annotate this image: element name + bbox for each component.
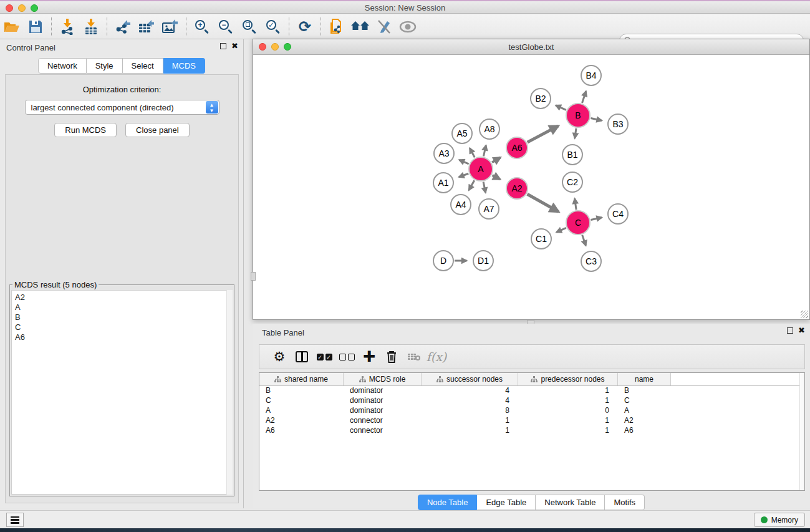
table-settings-gear-icon[interactable]: ⚙ [268, 347, 291, 366]
float-panel-icon[interactable] [220, 43, 226, 49]
close-table-panel-icon[interactable]: ✖ [798, 327, 805, 334]
tab-network[interactable]: Network [38, 58, 87, 74]
edge-C-C2[interactable] [575, 198, 576, 210]
graph-node-D[interactable]: D [433, 250, 454, 271]
table-cell[interactable]: 1 [518, 416, 618, 426]
table-row[interactable]: Adominator80A [259, 406, 804, 416]
deselect-all-icon[interactable] [335, 347, 358, 366]
edge-A-A4[interactable] [469, 180, 475, 190]
import-network-icon[interactable] [57, 17, 78, 37]
table-cell[interactable]: A6 [618, 426, 671, 436]
float-table-panel-icon[interactable] [787, 327, 793, 334]
table-cell[interactable]: 1 [518, 396, 618, 406]
export-table-icon[interactable] [136, 17, 157, 37]
graph-node-C4[interactable]: C4 [607, 203, 629, 225]
table-cell[interactable]: B [259, 386, 344, 396]
refresh-icon[interactable]: ⟳ [294, 17, 316, 37]
open-folder-icon[interactable] [1, 17, 22, 37]
graph-node-B1[interactable]: B1 [562, 144, 583, 165]
table-cell[interactable]: dominator [344, 386, 422, 396]
column-header-name[interactable]: name [618, 373, 671, 385]
zoom-in-icon[interactable]: + [191, 17, 213, 37]
run-mcds-button[interactable]: Run MCDS [54, 123, 117, 137]
edge-A-A8[interactable] [483, 145, 486, 156]
criterion-dropdown[interactable]: largest connected component (directed) ▲… [25, 100, 219, 115]
zoom-fit-icon[interactable] [239, 17, 260, 37]
left-edge-grip[interactable] [251, 272, 256, 281]
add-column-icon[interactable]: ✚ [358, 347, 380, 366]
mcds-result-list[interactable]: A2ABCA6 [11, 290, 233, 495]
close-panel-icon[interactable]: ✖ [231, 43, 238, 49]
tab-style[interactable]: Style [87, 58, 123, 74]
graph-node-A5[interactable]: A5 [451, 123, 473, 144]
table-cell[interactable]: connector [344, 426, 422, 436]
zoom-out-icon[interactable]: − [215, 17, 236, 37]
table-row[interactable]: Bdominator41B [259, 386, 804, 396]
tab-edge-table[interactable]: Edge Table [477, 495, 536, 510]
table-cell[interactable]: 4 [422, 396, 518, 406]
table-cell[interactable]: 4 [422, 386, 518, 396]
graph-node-C[interactable]: C [566, 210, 591, 235]
result-item[interactable]: C [15, 322, 232, 332]
edge-B-B2[interactable] [556, 105, 566, 110]
graph-node-B3[interactable]: B3 [607, 114, 629, 135]
function-builder-button[interactable]: f(x) [425, 347, 448, 366]
graph-node-A1[interactable]: A1 [433, 172, 454, 193]
result-item[interactable]: A6 [15, 332, 232, 342]
table-cell[interactable]: A6 [259, 426, 344, 436]
tab-motifs[interactable]: Motifs [605, 495, 645, 510]
network-canvas[interactable]: AA1A3A5A8A4A7A6A2BB2B4B3B1CC1C2C3C4DD1 [254, 56, 809, 319]
save-icon[interactable] [25, 17, 46, 37]
graph-node-C2[interactable]: C2 [562, 172, 583, 193]
tab-node-table[interactable]: Node Table [418, 495, 478, 510]
graph-node-A8[interactable]: A8 [479, 118, 500, 140]
result-item[interactable]: A [15, 302, 232, 312]
table-cell[interactable]: 1 [422, 416, 518, 426]
column-header-shared-name[interactable]: shared name [259, 373, 344, 385]
graph-node-A[interactable]: A [468, 157, 493, 181]
table-cell[interactable]: C [618, 396, 671, 406]
tab-mcds[interactable]: MCDS [163, 58, 205, 74]
table-cell[interactable]: C [259, 396, 344, 406]
edge-B-B4[interactable] [582, 91, 586, 103]
result-item[interactable]: A2 [15, 293, 232, 302]
edge-B-B1[interactable] [575, 128, 576, 138]
network-window-titlebar[interactable]: testGlobe.txt [253, 39, 809, 55]
export-image-icon[interactable] [160, 17, 181, 37]
edge-A-A3[interactable] [459, 160, 468, 163]
zoom-selected-icon[interactable]: ✓ [263, 17, 284, 37]
graph-node-A7[interactable]: A7 [478, 198, 499, 220]
graph-node-C1[interactable]: C1 [531, 228, 552, 249]
table-scrollbar[interactable] [799, 373, 804, 490]
edge-B-B3[interactable] [591, 118, 602, 120]
table-cell[interactable]: 8 [422, 406, 518, 416]
table-cell[interactable]: A2 [259, 416, 344, 426]
table-cell[interactable]: dominator [344, 396, 422, 406]
result-item[interactable]: B [15, 312, 232, 322]
result-scrollbar[interactable] [226, 290, 233, 495]
table-cell[interactable]: B [618, 386, 671, 396]
table-cell[interactable]: 1 [518, 386, 618, 396]
table-cell[interactable]: A [259, 406, 344, 416]
column-visibility-icon[interactable] [291, 347, 313, 366]
select-all-icon[interactable]: ✓✓ [313, 347, 335, 366]
table-cell[interactable]: 1 [422, 426, 518, 436]
edge-A-A1[interactable] [459, 173, 468, 177]
table-cell[interactable]: A2 [618, 416, 671, 426]
import-table-icon[interactable] [80, 17, 102, 37]
graph-node-D1[interactable]: D1 [473, 250, 494, 271]
graph-node-A4[interactable]: A4 [450, 194, 471, 215]
resize-grip-icon[interactable] [801, 311, 808, 318]
table-cell[interactable]: connector [344, 416, 422, 426]
edge-C-C4[interactable] [591, 218, 602, 220]
edge-A6-B[interactable] [528, 126, 558, 142]
edge-C-C1[interactable] [556, 228, 566, 232]
delete-table-icon[interactable] [403, 347, 425, 366]
graph-node-B2[interactable]: B2 [530, 88, 551, 109]
table-row[interactable]: A6connector11A6 [259, 426, 804, 436]
edge-A-A7[interactable] [483, 182, 486, 193]
column-header-predecessor-nodes[interactable]: predecessor nodes [518, 373, 618, 385]
home-icon[interactable] [350, 17, 371, 37]
graph-node-B[interactable]: B [566, 103, 591, 128]
table-row[interactable]: Cdominator41C [259, 396, 804, 406]
